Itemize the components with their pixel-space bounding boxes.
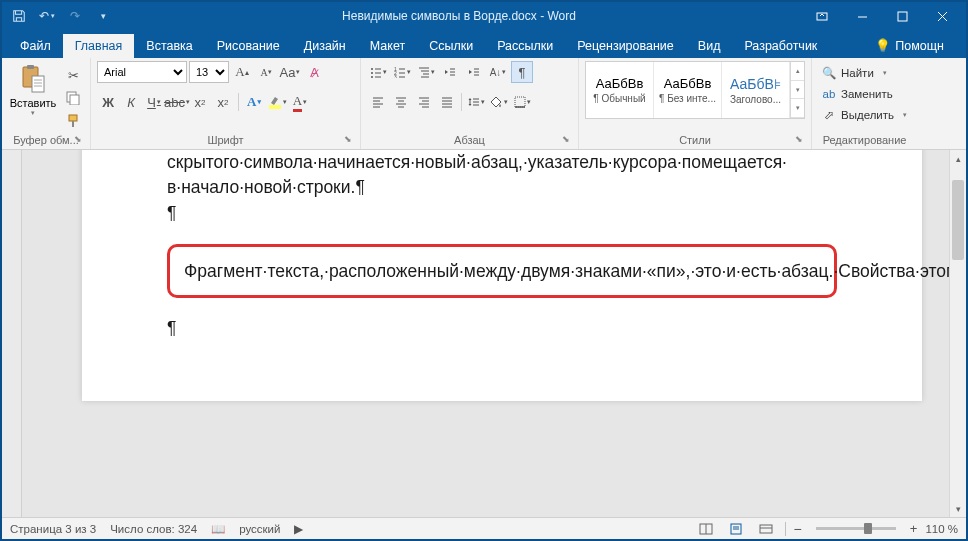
change-case-button[interactable]: Aa: [279, 61, 301, 83]
status-bar: Страница 3 из 3 Число слов: 324 📖 русски…: [2, 517, 966, 539]
bullets-button[interactable]: [367, 61, 389, 83]
format-painter-button[interactable]: [62, 111, 84, 131]
subscript-button[interactable]: x2: [189, 91, 211, 113]
align-center-button[interactable]: [390, 91, 412, 113]
borders-button[interactable]: [511, 91, 533, 113]
clipboard-dialog-launcher[interactable]: ⬊: [74, 134, 86, 146]
font-color-button[interactable]: A: [289, 91, 311, 113]
replace-button[interactable]: abЗаменить: [818, 84, 911, 104]
minimize-button[interactable]: [842, 2, 882, 30]
highlight-button[interactable]: [266, 91, 288, 113]
redo-button[interactable]: ↷: [62, 4, 88, 28]
tab-view[interactable]: Вид: [686, 34, 733, 58]
underline-button[interactable]: Ч: [143, 91, 165, 113]
superscript-button[interactable]: x2: [212, 91, 234, 113]
numbering-button[interactable]: 123: [391, 61, 413, 83]
svg-rect-2: [898, 12, 907, 21]
view-print-layout[interactable]: [725, 520, 747, 538]
zoom-out-button[interactable]: −: [794, 521, 802, 537]
style-normal[interactable]: АаБбВв ¶ Обычный: [586, 62, 654, 118]
paragraph-dialog-launcher[interactable]: ⬊: [562, 134, 574, 146]
status-word-count[interactable]: Число слов: 324: [110, 523, 197, 535]
ribbon: Вставить ▾ ✂ Буфер обм... ⬊ Arial 13 A▴ …: [2, 58, 966, 150]
ribbon-display-options[interactable]: [802, 2, 842, 30]
increase-indent-button[interactable]: [463, 61, 485, 83]
tab-home[interactable]: Главная: [63, 34, 135, 58]
cut-button[interactable]: ✂: [62, 65, 84, 85]
tab-mailings[interactable]: Рассылки: [485, 34, 565, 58]
show-paragraph-marks-button[interactable]: ¶: [511, 61, 533, 83]
group-clipboard: Вставить ▾ ✂ Буфер обм... ⬊: [2, 58, 91, 149]
doc-pilcrow: ¶: [167, 316, 837, 341]
styles-expand[interactable]: ▾: [791, 99, 804, 118]
vertical-scrollbar[interactable]: ▴ ▾: [949, 150, 966, 517]
document-viewport[interactable]: скрытого·символа·начинается·новый·абзац,…: [22, 150, 949, 517]
styles-scroll: ▴ ▾ ▾: [790, 62, 804, 118]
tab-file[interactable]: Файл: [8, 34, 63, 58]
tab-references[interactable]: Ссылки: [417, 34, 485, 58]
line-spacing-button[interactable]: [465, 91, 487, 113]
align-right-button[interactable]: [413, 91, 435, 113]
styles-scroll-down[interactable]: ▾: [791, 81, 804, 100]
multilevel-button[interactable]: [415, 61, 437, 83]
shading-button[interactable]: [488, 91, 510, 113]
text-effects-button[interactable]: A: [243, 91, 265, 113]
window-title: Невидимые символы в Ворде.docx - Word: [116, 9, 802, 23]
undo-button[interactable]: ↶▾: [34, 4, 60, 28]
view-web-layout[interactable]: [755, 520, 777, 538]
doc-pilcrow: ¶: [167, 201, 837, 226]
style-heading1[interactable]: АаБбВ⊧ Заголово...: [722, 62, 790, 118]
status-language[interactable]: русский: [239, 523, 280, 535]
paste-button[interactable]: Вставить ▾: [8, 61, 58, 117]
justify-button[interactable]: [436, 91, 458, 113]
zoom-in-button[interactable]: +: [910, 521, 918, 536]
tab-layout[interactable]: Макет: [358, 34, 417, 58]
scroll-down-button[interactable]: ▾: [950, 500, 966, 517]
svg-text:3: 3: [394, 74, 397, 78]
grow-font-button[interactable]: A▴: [231, 61, 253, 83]
qat-customize[interactable]: ▾: [90, 4, 116, 28]
font-size-select[interactable]: 13: [189, 61, 229, 83]
svg-point-14: [371, 68, 373, 70]
quick-access-toolbar: ↶▾ ↷ ▾: [6, 4, 116, 28]
align-left-button[interactable]: [367, 91, 389, 113]
status-macro-icon[interactable]: ▶: [294, 522, 303, 536]
vertical-ruler[interactable]: [2, 150, 22, 517]
search-icon: 🔍: [822, 66, 836, 80]
style-no-spacing[interactable]: АаБбВв ¶ Без инте...: [654, 62, 722, 118]
shrink-font-button[interactable]: A▾: [255, 61, 277, 83]
close-button[interactable]: [922, 2, 962, 30]
save-button[interactable]: [6, 4, 32, 28]
scroll-up-button[interactable]: ▴: [950, 150, 966, 167]
zoom-slider[interactable]: [816, 527, 896, 530]
tab-insert[interactable]: Вставка: [134, 34, 204, 58]
font-dialog-launcher[interactable]: ⬊: [344, 134, 356, 146]
doc-paragraph: Фрагмент·текста,·расположенный·между·дву…: [184, 261, 949, 281]
status-spell-icon[interactable]: 📖: [211, 522, 225, 536]
strikethrough-button[interactable]: abc: [166, 91, 188, 113]
copy-button[interactable]: [62, 88, 84, 108]
sort-button[interactable]: A↓: [487, 61, 509, 83]
italic-button[interactable]: К: [120, 91, 142, 113]
svg-rect-10: [70, 95, 79, 105]
styles-dialog-launcher[interactable]: ⬊: [795, 134, 807, 146]
font-name-select[interactable]: Arial: [97, 61, 187, 83]
bold-button[interactable]: Ж: [97, 91, 119, 113]
find-button[interactable]: 🔍Найти▾: [818, 63, 911, 83]
paste-icon: [17, 63, 49, 95]
styles-scroll-up[interactable]: ▴: [791, 62, 804, 81]
tab-draw[interactable]: Рисование: [205, 34, 292, 58]
tab-design[interactable]: Дизайн: [292, 34, 358, 58]
status-page[interactable]: Страница 3 из 3: [10, 523, 96, 535]
scroll-thumb[interactable]: [952, 180, 964, 260]
tab-developer[interactable]: Разработчик: [732, 34, 829, 58]
select-button[interactable]: ⬀Выделить▾: [818, 105, 911, 125]
view-read-mode[interactable]: [695, 520, 717, 538]
clear-format-button[interactable]: A̷: [303, 61, 325, 83]
zoom-level[interactable]: 110 %: [925, 523, 958, 535]
tell-me[interactable]: 💡Помощн: [863, 33, 956, 58]
tab-review[interactable]: Рецензирование: [565, 34, 686, 58]
decrease-indent-button[interactable]: [439, 61, 461, 83]
maximize-button[interactable]: [882, 2, 922, 30]
page[interactable]: скрытого·символа·начинается·новый·абзац,…: [82, 150, 922, 401]
